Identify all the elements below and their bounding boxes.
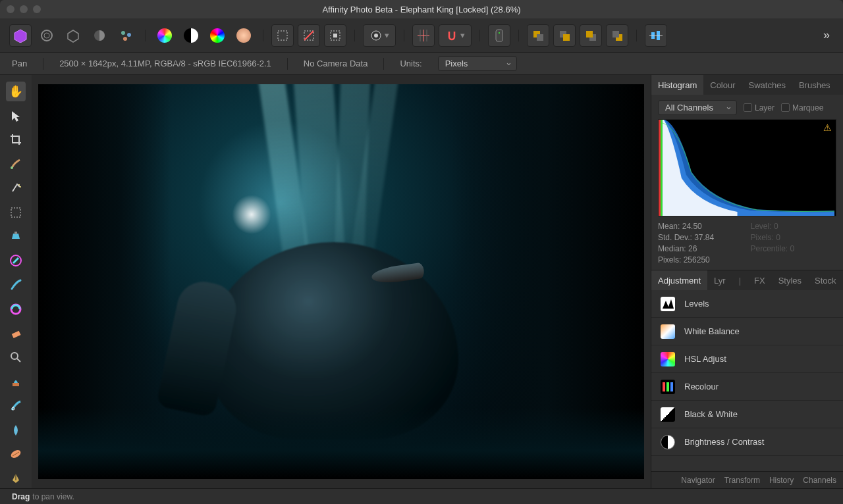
svg-point-2 [44,33,49,38]
svg-rect-24 [563,34,570,41]
paint-brush-tool[interactable] [6,275,26,295]
units-label: Units: [400,59,422,68]
layer-checkbox[interactable]: Layer [744,103,775,113]
healing-brush-tool[interactable] [6,396,26,416]
erase-tool[interactable] [6,324,26,343]
adjustment-white-balance[interactable]: White Balance [651,318,843,345]
adjustment-hsl[interactable]: HSL Adjust [651,345,843,373]
document-canvas[interactable] [38,84,644,479]
svg-point-40 [11,353,18,359]
selection-brush-tool[interactable] [6,154,26,174]
arrange-backward-button[interactable] [553,24,576,47]
svg-rect-8 [278,31,287,40]
status-bar: Drag to pan view. [0,488,843,504]
persona-export-button[interactable] [115,24,137,47]
svg-point-5 [121,31,125,35]
patch-tool[interactable] [6,444,26,464]
adjustment-recolour[interactable]: Recolour [651,373,843,401]
svg-point-32 [11,166,13,169]
tab-histogram[interactable]: Histogram [651,75,703,95]
arrange-forward-button[interactable] [580,24,602,47]
svg-rect-51 [670,382,673,391]
adjustment-bw[interactable]: Black & White [651,401,843,428]
bw-icon [661,407,675,422]
marquee-checkbox[interactable]: Marquee [781,103,823,113]
mid-panel-tabs: Adjustment Lyr | FX Styles Stock [651,270,843,290]
clipping-warning-icon: ⚠ [823,122,832,133]
histogram-stats: Mean: 24.50 Level: 0 Std. Dev.: 37.84 Pi… [658,222,836,265]
flood-fill-tool[interactable] [6,227,26,247]
adjustment-levels[interactable]: Levels [651,290,843,318]
grid-toggle-button[interactable] [412,24,435,47]
window-title: Affinity Photo Beta - Elephant King [Loc… [0,5,843,14]
gradient-tool[interactable] [6,251,26,270]
tab-layers[interactable]: Lyr [707,270,732,290]
svg-rect-19 [496,30,503,41]
persona-tone-button[interactable] [88,24,111,47]
adjustment-brightness-contrast[interactable]: Brightness / Contrast [651,428,843,456]
tab-stock[interactable]: Stock [808,270,843,290]
svg-rect-42 [13,383,19,386]
brightness-contrast-icon [661,435,675,449]
tab-styles[interactable]: Styles [772,270,808,290]
flood-select-tool[interactable] [6,178,26,198]
bw-circle-icon[interactable] [180,24,202,47]
bottom-panel-tabs: Navigator Transform History Channels [651,471,843,488]
selection-invert-button[interactable] [324,24,346,47]
soft-circle-icon[interactable] [232,24,255,47]
color-replacement-tool[interactable] [6,299,26,319]
toolbar-overflow-icon[interactable]: » [823,28,834,42]
snapping-button[interactable]: ▾ [439,24,472,47]
tab-adjustment[interactable]: Adjustment [651,270,707,290]
adjustments-list: Levels White Balance HSL Adjust Recolour… [651,290,843,471]
tab-channels[interactable]: Channels [803,476,836,485]
selection-rect-button[interactable] [271,24,294,47]
align-button[interactable] [645,24,667,47]
crop-tool[interactable] [6,130,26,150]
canvas-viewport[interactable] [32,75,651,488]
units-select[interactable]: Pixels [438,56,517,71]
active-tool-label: Pan [12,59,27,68]
status-hint-text: to pan view. [32,492,74,501]
channel-select[interactable]: All Channels [658,100,737,115]
clone-tool[interactable] [6,372,26,391]
svg-rect-22 [537,34,543,41]
levels-icon [661,297,675,311]
pen-tool[interactable] [6,468,26,488]
arrange-front-button[interactable] [606,24,628,47]
svg-rect-36 [14,232,17,234]
document-dims-label: 2500 × 1642px, 4.11MP, RGBA/8 - sRGB IEC… [59,59,271,68]
selection-deselect-button[interactable] [298,24,320,47]
tab-swatches[interactable]: Swatches [742,75,792,95]
tab-transform[interactable]: Transform [724,476,760,485]
tab-brushes[interactable]: Brushes [792,75,837,95]
top-panel-tabs: Histogram Colour Swatches Brushes [651,75,843,95]
hand-tool[interactable]: ✋ [6,82,26,101]
tab-colour[interactable]: Colour [703,75,742,95]
tab-fx[interactable]: FX [748,270,772,290]
context-toolbar: Pan 2500 × 1642px, 4.11MP, RGBA/8 - sRGB… [0,53,843,75]
tab-history[interactable]: History [769,476,794,485]
persona-develop-button[interactable] [62,24,84,47]
svg-marker-0 [14,30,26,43]
tab-navigator[interactable]: Navigator [681,476,715,485]
quick-mask-button[interactable]: ▾ [363,24,396,47]
blur-tool[interactable] [6,420,26,440]
main-toolbar: ▾ ▾ » [0,18,843,53]
move-tool[interactable] [6,106,26,126]
svg-line-41 [17,359,20,362]
persona-photo-button[interactable] [9,24,32,47]
zoom-tool[interactable] [6,347,26,367]
svg-point-33 [18,184,20,186]
marquee-tool[interactable] [6,203,26,222]
persona-liquify-button[interactable] [36,24,58,47]
hue-circle-icon[interactable] [206,24,229,47]
camera-data-label: No Camera Data [304,59,368,68]
assistant-button[interactable] [488,24,510,47]
arrange-back-button[interactable] [527,24,549,47]
white-balance-icon [661,324,675,339]
svg-rect-12 [333,34,337,38]
studio-panels: Histogram Colour Swatches Brushes All Ch… [651,75,843,488]
rgb-wheel-icon[interactable] [153,24,176,47]
titlebar: Affinity Photo Beta - Elephant King [Loc… [0,0,843,18]
